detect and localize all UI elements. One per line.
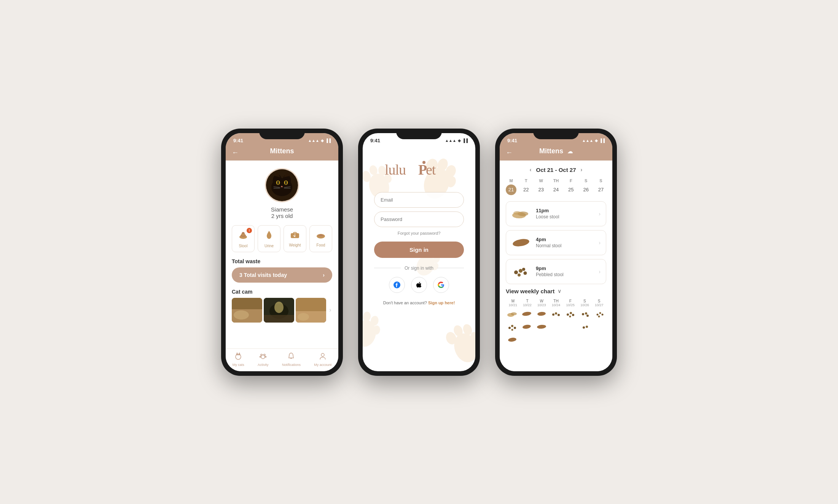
chart-cell-sat-1 [578,310,591,321]
cam-image-1[interactable] [232,298,262,323]
svg-point-82 [522,268,525,271]
forgot-password-link[interactable]: Forgot your password? [398,231,441,235]
back-button-1[interactable]: ← [232,149,239,157]
day-fri[interactable]: F 25 [566,178,576,195]
svg-text:lulu: lulu [385,162,406,178]
stool-entry-2[interactable]: 4pm Normal stool › [506,230,606,255]
prev-week-arrow[interactable]: ‹ [530,167,532,173]
cam3-svg [296,298,326,323]
total-waste-button[interactable]: 3 Total visits today › [232,267,332,283]
stool-entry-3[interactable]: 9pm Pebbled stool › [506,259,606,284]
chart-cell-fri-3 [564,336,577,347]
divider-left [374,268,401,268]
chart-cell-thu-2 [550,323,562,334]
stool-type-1: Loose stool [536,214,599,219]
day-thu-letter: TH [553,178,559,183]
stool-time-1: 11pm [536,208,599,213]
chart-normal-w1 [536,310,547,317]
stool-entry-1[interactable]: 11pm Loose stool › [506,201,606,226]
back-button-3[interactable]: ← [506,149,513,157]
facebook-login-button[interactable] [389,277,405,293]
chart-day-S1: S 10/26 [578,299,592,307]
email-input[interactable] [374,192,464,208]
apple-login-button[interactable] [411,277,427,293]
day-sun[interactable]: S 27 [596,178,606,195]
stat-food[interactable]: Food [309,225,332,252]
day-tue-num: 22 [521,184,531,195]
pebble-stool-svg [511,265,531,278]
phone-2-login: 9:41 ▲▲▲ ◈ ▐▐ lulu P et [358,129,480,376]
svg-marker-37 [239,353,240,355]
nav-my-cats[interactable]: My cats [233,352,244,367]
entry-arrow-2: › [599,240,601,246]
stat-urine[interactable]: Urine [258,225,280,252]
svg-point-25 [234,310,249,320]
bell-nav-icon [287,352,295,360]
wifi-icon: ◈ [321,138,324,143]
screen-2: 9:41 ▲▲▲ ◈ ▐▐ lulu P et [363,133,475,371]
svg-point-101 [508,327,511,329]
nav-account[interactable]: My account [314,352,331,367]
week-date-range: Oct 21 - Oct 27 [536,167,576,173]
day-tue[interactable]: T 22 [521,178,531,195]
sign-in-button[interactable]: Sign in [374,242,464,258]
account-nav-icon [319,352,327,360]
svg-text:et: et [426,162,436,178]
cam-images: › [232,298,332,323]
nav-activity-label: Activity [258,363,269,367]
day-sat[interactable]: S 26 [581,178,591,195]
food-label: Food [312,243,330,247]
nav-activity[interactable]: Activity [258,352,269,367]
cat-nav-icon [234,352,242,360]
chart-cell-sat-3 [578,336,591,347]
chart-normal-t1 [521,310,532,317]
chart-row-3 [506,336,606,347]
day-mon[interactable]: M 21 [506,178,516,195]
cam-image-2[interactable] [264,298,294,323]
stool-info-3: 9pm Pebbled stool [536,266,599,277]
chart-day-S2: S 10/27 [592,299,606,307]
stool-img-pebble [511,264,531,279]
social-buttons [389,277,449,293]
stool-img-loose [511,206,531,221]
svg-point-79 [519,269,523,273]
phone-3-activity: 9:41 ▲▲▲ ◈ ▐▐ ← Mittens ☁ ‹ [495,129,617,376]
normal-stool-svg [511,237,531,248]
time-2: 9:41 [370,138,380,143]
weekly-chart-header[interactable]: View weekly chart ∨ [506,288,606,294]
svg-point-8 [277,181,279,184]
signup-link[interactable]: Sign up here! [428,300,455,305]
day-thu[interactable]: TH 24 [551,178,561,195]
pet-age: 2 yrs old [232,213,332,219]
total-waste-text: 3 Total visits today [239,272,287,278]
svg-point-72 [422,161,425,164]
next-week-arrow[interactable]: › [581,167,583,173]
stat-stool[interactable]: ! Stool [232,225,255,252]
nav-my-cats-label: My cats [233,363,244,367]
battery-icon: ▐▐ [325,138,331,143]
header-bar-1: ← Mittens [226,145,338,161]
chart-cell-mon-2 [506,323,519,334]
chart-pebble-th1 [551,310,561,318]
day-wed[interactable]: W 23 [536,178,546,195]
no-account-text: Don't have an account? [383,300,427,305]
cam-image-3[interactable] [296,298,326,323]
svg-point-81 [518,273,521,277]
password-input[interactable] [374,211,464,227]
nav-notifications[interactable]: Notifications [282,352,301,367]
svg-point-91 [570,312,572,314]
chart-day-F: F 10/25 [563,299,578,307]
svg-point-77 [512,238,530,247]
chart-cell-fri-2 [564,323,577,334]
cat-cam-title: Cat cam [232,289,332,295]
svg-point-94 [582,313,584,315]
svg-point-93 [569,315,571,317]
svg-marker-36 [236,353,238,355]
google-login-button[interactable] [433,277,449,293]
page-title-1: Mittens [270,147,294,155]
paw-nav-icon [259,352,267,360]
cat-cam-section: Cat cam [232,289,332,323]
stat-weight[interactable]: Weight [284,225,306,252]
svg-point-90 [567,313,569,316]
chart-day-TH: TH 10/24 [549,299,563,307]
